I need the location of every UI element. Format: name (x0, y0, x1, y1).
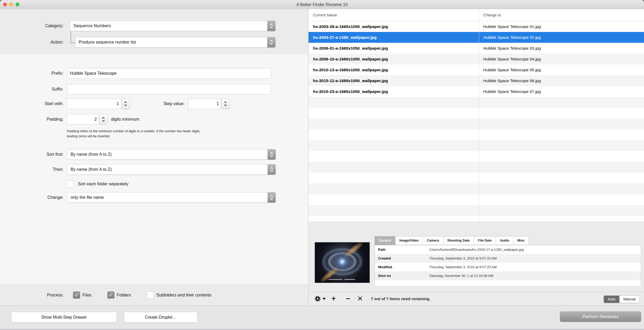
popup-chevrons-icon (268, 164, 276, 175)
cell-change-to: Hubble Space Telescope 01.jpg (483, 21, 642, 32)
cell-current-name: hs-2004-27-a-1280_wallpaper.jpg (313, 32, 476, 43)
tab-image-video[interactable]: Image/Video (395, 236, 423, 245)
cell-change-to: Hubble Space Telescope 03.jpg (483, 43, 642, 54)
bottom-bar: Show Multi-Step Drawer Create Droplet… P… (0, 305, 644, 330)
gear-icon[interactable] (314, 295, 321, 302)
show-multi-step-drawer-button[interactable]: Show Multi-Step Drawer (11, 312, 117, 323)
segment-auto[interactable]: Auto (604, 296, 619, 303)
info-row-label: Created (378, 254, 391, 263)
action-select[interactable]: Produce sequence number list (75, 37, 275, 48)
prefix-field[interactable] (67, 68, 271, 79)
info-row-value: Thursday, September 3, 2015 at 9:07:20 A… (429, 254, 639, 263)
suffix-label: Suffix: (0, 84, 63, 95)
action-select-value: Produce sequence number list (79, 37, 266, 47)
info-row-value: /Users/frankreiff/Downloads/hs-2004-27-a… (429, 245, 639, 254)
remove-files-button[interactable]: − (344, 292, 352, 306)
empty-row (309, 183, 644, 194)
info-row-label: Modified (378, 263, 392, 271)
padding-label: Padding: (0, 114, 63, 125)
sort-each-folder-checkbox[interactable]: ✓ (67, 180, 74, 187)
empty-row (309, 119, 644, 129)
table-row[interactable]: hs-2015-23-a-1680x1050_wallpaper.jpgHubb… (309, 86, 644, 97)
info-row-value: Thursday, September 3, 2015 at 9:07:20 A… (429, 263, 639, 271)
clear-list-button[interactable]: ✕ (356, 292, 364, 306)
file-list-header: Current Name Change to (309, 9, 644, 21)
app-window: A Better Finder Rename 10 Category: Sequ… (0, 0, 644, 330)
padding-units-label: digits minimum (111, 114, 139, 125)
table-row[interactable]: hs-2006-01-a-1680x1050_wallpaper.jpgHubb… (309, 43, 644, 54)
cell-current-name: hs-2010-13-a-1680x1050_wallpaper.jpg (313, 64, 476, 75)
file-info-panel: GeneralImage/VideoCameraShooting DateFil… (309, 222, 644, 292)
file-list-panel: Current Name Change to hs-2003-28-a-1680… (308, 9, 644, 305)
preview-caption (329, 279, 355, 280)
column-header-current-name[interactable]: Current Name (313, 9, 337, 21)
tab-file-date[interactable]: File Date (474, 236, 496, 245)
empty-row (309, 216, 644, 222)
then-select[interactable]: By name (from A to Z) (67, 164, 276, 175)
category-select-value: Sequence Numbers (73, 21, 266, 31)
gear-menu-caret-icon[interactable] (323, 298, 326, 300)
step-value-field[interactable] (188, 98, 221, 109)
empty-row (309, 194, 644, 205)
add-files-button[interactable]: + (330, 292, 338, 306)
table-row[interactable]: hs-2010-13-a-1680x1050_wallpaper.jpgHubb… (309, 64, 644, 75)
info-row-label: Path (378, 245, 385, 254)
sort-first-label: Sort first: (0, 149, 63, 160)
tab-misc[interactable]: Misc (513, 236, 529, 245)
popup-chevrons-icon (267, 21, 275, 31)
perform-renames-button[interactable]: Perform Renames (560, 312, 641, 322)
padding-stepper[interactable] (99, 114, 107, 125)
info-row-label: Shot on (378, 271, 391, 280)
suffix-field[interactable] (67, 84, 271, 95)
change-select-value: only the file name (71, 192, 266, 202)
popup-chevrons-icon (268, 149, 276, 160)
checkbox-label: Folders (117, 293, 131, 297)
cell-change-to: Hubble Space Telescope 02.jpg (483, 32, 642, 43)
then-label: Then: (0, 164, 63, 175)
table-row[interactable]: hs-2015-12-a-1680x1050_wallpaper.jpgHubb… (309, 75, 644, 86)
empty-row (309, 151, 644, 162)
checkbox-files[interactable]: ✓ (73, 291, 80, 299)
empty-row (309, 97, 644, 108)
sort-first-select-value: By name (from A to Z) (71, 149, 266, 159)
status-text: 7 out of 7 items need renaming. (371, 292, 430, 306)
category-select[interactable]: Sequence Numbers (70, 21, 275, 31)
title-bar: A Better Finder Rename 10 (0, 0, 644, 10)
category-action-section: Category: Sequence Numbers Action: Produ… (0, 9, 308, 54)
tab-camera[interactable]: Camera (423, 236, 443, 245)
window-title: A Better Finder Rename 10 (0, 0, 644, 9)
sequence-settings-form: Prefix: Suffix: Start with: Step value: … (0, 54, 308, 284)
tab-audio[interactable]: Audio (496, 236, 513, 245)
step-value-stepper[interactable] (222, 98, 229, 109)
sort-first-select[interactable]: By name (from A to Z) (67, 149, 276, 160)
table-row[interactable]: hs-2006-10-a-1680x1050_wallpaper.jpgHubb… (309, 54, 644, 64)
info-row-created: CreatedThursday, September 3, 2015 at 9:… (375, 254, 641, 263)
start-with-field[interactable] (67, 98, 121, 109)
change-select[interactable]: only the file name (67, 192, 276, 203)
cell-change-to: Hubble Space Telescope 04.jpg (483, 54, 642, 64)
tab-shooting-date[interactable]: Shooting Date (443, 236, 474, 245)
padding-field[interactable] (67, 114, 99, 125)
table-row[interactable]: hs-2003-28-a-1680x1050_wallpaper.jpgHubb… (309, 21, 644, 32)
column-header-change-to[interactable]: Change to (483, 9, 501, 21)
info-row-path: Path/Users/frankreiff/Downloads/hs-2004-… (375, 245, 641, 254)
process-label: Process: (0, 285, 63, 305)
start-with-stepper[interactable] (122, 98, 130, 109)
column-divider[interactable] (479, 9, 479, 222)
sort-each-folder-row: ✓ Sort each folder separately (67, 180, 128, 187)
file-list-rows: hs-2003-28-a-1680x1050_wallpaper.jpgHubb… (309, 21, 644, 222)
cell-current-name: hs-2003-28-a-1680x1050_wallpaper.jpg (313, 21, 476, 32)
prefix-label: Prefix: (0, 68, 63, 79)
empty-row (309, 205, 644, 216)
segment-manual[interactable]: Manual (619, 296, 640, 303)
tab-general[interactable]: General (375, 236, 395, 245)
auto-manual-segmented-control: AutoManual (604, 295, 640, 303)
process-option-folders: ✓Folders (107, 291, 131, 299)
create-droplet-button[interactable]: Create Droplet… (124, 312, 197, 323)
checkbox-folders[interactable]: ✓ (107, 291, 114, 299)
info-row-value: Saturday, December 30, 1 at 12:24:36 AM (429, 271, 639, 280)
checkbox-subfolders-and-their-contents[interactable]: ✓ (147, 291, 154, 299)
sort-each-folder-label: Sort each folder separately (78, 182, 128, 186)
table-row[interactable]: hs-2004-27-a-1280_wallpaper.jpgHubble Sp… (309, 32, 644, 43)
empty-row (309, 162, 644, 173)
